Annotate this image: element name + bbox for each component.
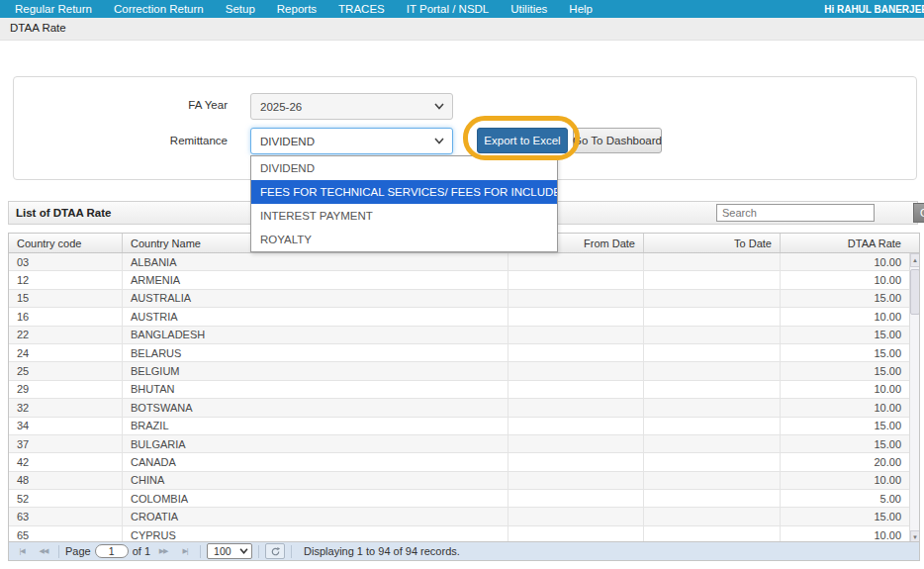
- dropdown-option[interactable]: ROYALTY: [251, 228, 557, 251]
- column-header-to-date[interactable]: To Date: [644, 234, 781, 252]
- page-size-select[interactable]: 100: [207, 543, 252, 559]
- cell-name: AUSTRIA: [123, 308, 508, 326]
- table-row[interactable]: 37BULGARIA15.00: [9, 435, 919, 453]
- pager-divider: [258, 545, 259, 558]
- cell-name: BELGIUM: [123, 362, 508, 380]
- nav-item-help[interactable]: Help: [558, 3, 603, 15]
- fa-year-select[interactable]: 2025-26: [250, 93, 453, 120]
- dropdown-option[interactable]: DIVIDEND: [251, 156, 557, 180]
- cell-name: CROATIA: [123, 508, 508, 525]
- cell-to-date: [644, 399, 781, 417]
- page-label: Page: [65, 545, 91, 557]
- dtaa-rate-grid: Country code Country Name From Date To D…: [8, 233, 920, 561]
- refresh-button[interactable]: [265, 543, 285, 559]
- scroll-up-icon[interactable]: ▲: [910, 253, 919, 267]
- nav-item-it-portal-nsdl[interactable]: IT Portal / NSDL: [396, 3, 501, 15]
- nav-item-utilities[interactable]: Utilities: [500, 3, 558, 15]
- cell-rate: 15.00: [781, 327, 909, 344]
- cell-from-date: [508, 453, 644, 471]
- cell-name: BOTSWANA: [123, 399, 508, 417]
- go-to-dashboard-label: Go To Dashboard: [573, 135, 662, 146]
- cell-rate: 15.00: [781, 362, 909, 380]
- cell-name: BANGLADESH: [123, 327, 508, 344]
- cell-from-date: [508, 508, 644, 525]
- cell-to-date: [644, 490, 781, 508]
- table-row[interactable]: 52COLOMBIA5.00: [9, 490, 919, 508]
- table-row[interactable]: 22BANGLADESH15.00: [9, 327, 919, 344]
- nav-item-correction-return[interactable]: Correction Return: [103, 3, 215, 15]
- cell-rate: 10.00: [781, 381, 909, 399]
- column-header-dtaa-rate[interactable]: DTAA Rate: [781, 234, 909, 252]
- table-row[interactable]: 63CROATIA15.00: [9, 508, 919, 525]
- nav-item-regular-return[interactable]: Regular Return: [4, 3, 103, 15]
- cell-name: AUSTRALIA: [123, 290, 508, 308]
- next-page-button[interactable]: ▶▶: [154, 544, 172, 559]
- refresh-icon: [270, 546, 281, 557]
- cell-from-date: [508, 362, 644, 380]
- table-row[interactable]: 16AUSTRIA10.00: [9, 308, 919, 326]
- first-page-button[interactable]: |◀: [13, 544, 31, 559]
- export-to-excel-button[interactable]: Export to Excel: [477, 128, 568, 153]
- cell-code: 22: [9, 327, 123, 344]
- cell-rate: 15.00: [781, 508, 909, 525]
- cell-from-date: [508, 271, 644, 289]
- nav-menu: Regular ReturnCorrection ReturnSetupRepo…: [4, 3, 603, 15]
- fa-year-label: FA Year: [129, 99, 228, 111]
- column-header-country-code[interactable]: Country code: [9, 234, 123, 252]
- cell-name: CHINA: [123, 472, 508, 490]
- dropdown-option[interactable]: INTEREST PAYMENT: [251, 204, 557, 228]
- search-go-label: Go: [920, 207, 924, 219]
- nav-item-reports[interactable]: Reports: [266, 3, 327, 15]
- scrollbar-thumb[interactable]: [910, 269, 919, 315]
- cell-code: 32: [9, 399, 123, 417]
- dropdown-option[interactable]: FEES FOR TECHNICAL SERVICES/ FEES FOR IN…: [251, 180, 557, 204]
- page-number-input[interactable]: [95, 544, 129, 558]
- table-row[interactable]: 48CHINA10.00: [9, 472, 919, 490]
- last-page-button[interactable]: ▶|: [176, 544, 194, 559]
- cell-code: 37: [9, 435, 123, 453]
- grid-rows: 03ALBANIA10.0012ARMENIA10.0015AUSTRALIA1…: [9, 253, 919, 544]
- export-to-excel-label: Export to Excel: [484, 135, 560, 146]
- cell-to-date: [644, 472, 781, 490]
- table-row[interactable]: 32BOTSWANA10.00: [9, 399, 919, 417]
- cell-rate: 10.00: [781, 472, 909, 490]
- cell-from-date: [508, 435, 644, 453]
- cell-name: BELARUS: [123, 344, 508, 362]
- table-row[interactable]: 03ALBANIA10.00: [9, 253, 919, 271]
- vertical-scrollbar[interactable]: ▲ ▼: [909, 253, 919, 544]
- cell-to-date: [644, 271, 781, 289]
- table-row[interactable]: 42CANADA20.00: [9, 453, 919, 471]
- go-to-dashboard-button[interactable]: Go To Dashboard: [573, 128, 662, 153]
- cell-to-date: [644, 418, 781, 435]
- cell-to-date: [644, 435, 781, 453]
- table-row[interactable]: 15AUSTRALIA15.00: [9, 290, 919, 308]
- cell-code: 48: [9, 472, 123, 490]
- table-row[interactable]: 25BELGIUM15.00: [9, 362, 919, 380]
- table-row[interactable]: 34BRAZIL15.00: [9, 418, 919, 435]
- cell-to-date: [644, 362, 781, 380]
- search-go-button[interactable]: Go: [913, 203, 924, 223]
- page-of-label: of 1: [133, 545, 150, 557]
- cell-to-date: [644, 308, 781, 326]
- table-row[interactable]: 29BHUTAN10.00: [9, 381, 919, 399]
- cell-from-date: [508, 472, 644, 490]
- nav-item-traces[interactable]: TRACES: [327, 3, 396, 15]
- cell-to-date: [644, 327, 781, 344]
- prev-page-button[interactable]: ◀◀: [35, 544, 52, 559]
- cell-code: 12: [9, 271, 123, 289]
- cell-from-date: [508, 327, 644, 344]
- cell-name: ARMENIA: [123, 271, 508, 289]
- cell-name: ALBANIA: [123, 253, 508, 271]
- cell-rate: 20.00: [781, 453, 909, 471]
- cell-code: 42: [9, 453, 123, 471]
- nav-item-setup[interactable]: Setup: [215, 3, 266, 15]
- cell-code: 15: [9, 290, 123, 308]
- table-row[interactable]: 24BELARUS15.00: [9, 344, 919, 362]
- remittance-select[interactable]: DIVIDEND: [250, 128, 453, 154]
- table-row[interactable]: 12ARMENIA10.00: [9, 271, 919, 289]
- cell-code: 29: [9, 381, 123, 399]
- cell-name: BHUTAN: [123, 381, 508, 399]
- search-input[interactable]: [716, 204, 875, 222]
- cell-code: 63: [9, 508, 123, 525]
- pager-divider: [58, 545, 59, 558]
